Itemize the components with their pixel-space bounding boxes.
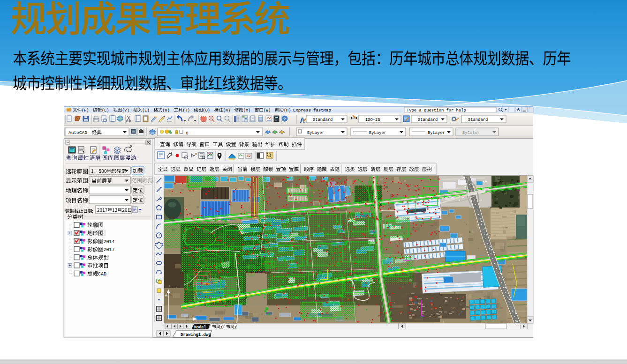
svg-text:(O): (O)	[162, 108, 169, 113]
svg-text:fastMap: fastMap	[313, 108, 331, 113]
svg-text:1: 1	[220, 325, 223, 329]
svg-text:Type a question for help: Type a question for help	[407, 108, 466, 113]
svg-text:2: 2	[234, 325, 237, 329]
svg-text:ByLayer: ByLayer	[369, 131, 386, 135]
svg-text:(I): (I)	[142, 108, 149, 113]
svg-text:2014: 2014	[104, 239, 115, 245]
svg-text:Model: Model	[194, 325, 206, 330]
svg-text:(W): (W)	[264, 108, 271, 113]
svg-text:ISO-25: ISO-25	[365, 118, 380, 122]
svg-text:Standard: Standard	[468, 118, 488, 122]
svg-text:89: 89	[247, 154, 250, 158]
svg-text:(E): (E)	[102, 108, 109, 113]
svg-text:Standard: Standard	[313, 118, 332, 122]
svg-text:ByColor: ByColor	[462, 131, 480, 135]
svg-text:(N): (N)	[223, 108, 230, 113]
svg-text:ByLayer: ByLayer	[307, 131, 325, 135]
svg-text:Express: Express	[293, 108, 311, 113]
svg-text:ByLayer: ByLayer	[428, 131, 445, 135]
svg-text:Standard: Standard	[418, 118, 438, 122]
svg-text:2017: 2017	[104, 247, 115, 253]
svg-text:(V): (V)	[122, 108, 129, 113]
svg-text:(D): (D)	[203, 108, 210, 113]
svg-text:(T): (T)	[183, 108, 190, 113]
svg-text:Drawing1.dwg: Drawing1.dwg	[181, 333, 211, 337]
svg-text:AutoCAD: AutoCAD	[68, 130, 87, 135]
svg-text:(F): (F)	[82, 108, 89, 113]
svg-text:?: ?	[283, 117, 286, 122]
svg-text:(M): (M)	[243, 108, 250, 113]
svg-text:CAD: CAD	[98, 272, 106, 277]
svg-text:(H): (H)	[284, 108, 291, 113]
svg-text:0: 0	[186, 131, 189, 136]
svg-text:0: 0	[195, 152, 197, 156]
